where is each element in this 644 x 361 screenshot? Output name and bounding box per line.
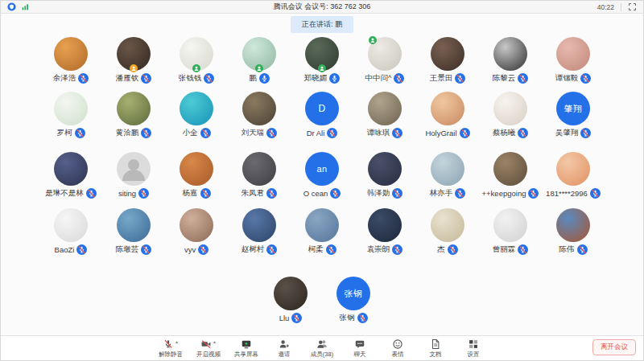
avatar xyxy=(431,152,464,186)
toolbar-item-chat[interactable]: 聊天 xyxy=(348,338,372,359)
participant-tile[interactable]: 陈伟 xyxy=(542,208,605,253)
leave-meeting-button[interactable]: 离开会议 xyxy=(592,339,636,355)
participant-tile[interactable]: 朱凤君 xyxy=(228,152,291,197)
caret-up-icon[interactable]: ▲ xyxy=(213,339,217,344)
participant-tile[interactable]: 肇翔吴肇翔 xyxy=(542,92,605,137)
participant-tile[interactable]: 是琳不是林 xyxy=(39,152,102,197)
avatar xyxy=(54,208,88,242)
role-badge-icon xyxy=(255,64,263,72)
avatar xyxy=(493,208,527,242)
toolbar-item-label: 聊天 xyxy=(354,351,366,359)
participant-tile[interactable]: 潘雁钦 xyxy=(102,37,165,82)
participant-tile[interactable]: BaoZi xyxy=(39,208,102,253)
avatar xyxy=(54,37,88,71)
toolbar-item-label: 文档 xyxy=(430,351,442,359)
participant-name: 谭镙毅 xyxy=(555,73,579,84)
caret-up-icon[interactable]: ▲ xyxy=(175,339,179,344)
participant-tile[interactable]: Llu xyxy=(259,277,322,322)
participant-tile[interactable]: 杨嘉 xyxy=(165,152,228,197)
avatar xyxy=(493,37,527,71)
participant-tile[interactable]: 蔡杨曦 xyxy=(479,92,542,137)
avatar xyxy=(493,152,527,186)
participant-tile[interactable]: 刘天瑞 xyxy=(228,92,291,137)
toolbar-item-camera-off[interactable]: ▲开启视频 xyxy=(196,338,221,359)
toolbar-item-emoji[interactable]: 表情 xyxy=(386,338,410,359)
toolbar-item-members[interactable]: 成员(38) xyxy=(310,338,334,359)
participant-tile[interactable]: 林亦手 xyxy=(416,152,479,197)
grid-row: Llu张钢张钢 xyxy=(1,277,643,322)
avatar xyxy=(431,37,464,71)
participant-tile[interactable]: DDr Ali xyxy=(291,92,353,137)
avatar xyxy=(180,208,213,242)
participant-tile[interactable]: anO cean xyxy=(291,152,353,197)
avatar xyxy=(180,37,213,71)
mic-muted-icon xyxy=(518,128,528,138)
toolbar: ▲解除静音▲开启视频共享屏幕邀请成员(38)聊天表情文档设置 xyxy=(1,335,643,360)
members-icon xyxy=(316,338,328,350)
network-signal-icon xyxy=(21,2,30,11)
toolbar-item-mic-off[interactable]: ▲解除静音 xyxy=(159,338,183,359)
participant-tile[interactable]: 罗柯 xyxy=(39,92,102,137)
mic-muted-icon xyxy=(528,188,539,199)
fullscreen-icon[interactable] xyxy=(628,2,637,11)
mic-muted-icon xyxy=(455,73,465,84)
participant-tile[interactable]: 赵树村 xyxy=(228,208,291,253)
avatar xyxy=(180,92,213,125)
participant-tile[interactable]: 谭镙毅 xyxy=(542,37,605,82)
participant-name: 朱凤君 xyxy=(242,188,265,199)
avatar-initials: D xyxy=(318,103,325,114)
mic-muted-icon xyxy=(75,128,85,138)
avatar-initials: 张钢 xyxy=(345,288,363,300)
participant-tile[interactable]: ++keepgoing xyxy=(479,152,542,197)
mic-muted-icon xyxy=(141,244,151,255)
avatar xyxy=(54,152,88,186)
toolbar-item-settings[interactable]: 设置 xyxy=(461,338,485,359)
mic-muted-icon xyxy=(327,128,337,138)
participant-tile[interactable]: HolyGrail xyxy=(416,92,479,137)
participant-tile[interactable]: 陈黎云 xyxy=(479,37,542,82)
mic-on-icon xyxy=(259,73,270,84)
participant-name: 鹏 xyxy=(249,73,257,84)
participant-tile[interactable]: 杰 xyxy=(416,208,479,253)
grid-row: 是琳不是林siting杨嘉朱凤君anO cean韩泽勋林亦手++keepgoin… xyxy=(1,152,643,197)
participant-tile[interactable]: 余泽浩 xyxy=(39,37,102,82)
toolbar-item-doc[interactable]: 文档 xyxy=(423,338,448,359)
toolbar-item-screen-share[interactable]: 共享屏幕 xyxy=(234,338,258,359)
participant-name: 蔡杨曦 xyxy=(493,128,516,138)
participant-tile[interactable]: 郑晓媚 xyxy=(291,37,353,82)
mic-muted-icon xyxy=(200,188,211,199)
participant-tile[interactable]: 鹏 xyxy=(228,37,291,82)
avatar xyxy=(117,92,151,125)
grid-row: 罗柯黄洽鹏小全刘天瑞DDr Ali谭咏琪HolyGrail蔡杨曦肇翔吴肇翔 xyxy=(1,92,643,137)
participant-tile[interactable]: 中中问^ xyxy=(353,37,416,82)
participant-tile[interactable]: 韩泽勋 xyxy=(353,152,416,197)
participant-tile[interactable]: 柯柔 xyxy=(291,208,353,253)
participant-name: BaoZi xyxy=(55,245,75,254)
settings-icon xyxy=(468,338,479,350)
participant-tile[interactable]: 张钱钱 xyxy=(165,37,228,82)
participant-tile[interactable]: 张钢张钢 xyxy=(322,277,385,322)
participant-tile[interactable]: 谭咏琪 xyxy=(353,92,416,137)
avatar xyxy=(117,37,151,71)
avatar-initials: 肇翔 xyxy=(564,103,583,115)
participant-name: 黄洽鹏 xyxy=(116,128,139,138)
participant-tile[interactable]: 曾丽霖 xyxy=(479,208,542,253)
toolbar-item-label: 设置 xyxy=(468,351,480,359)
participant-tile[interactable]: 181****2996 xyxy=(542,152,605,197)
participant-tile[interactable]: 袁崇朗 xyxy=(353,208,416,253)
participant-tile[interactable]: siting xyxy=(102,152,165,197)
participant-name: Dr Ali xyxy=(307,129,325,137)
participant-tile[interactable]: 王景田 xyxy=(416,37,479,82)
participant-name: 陈伟 xyxy=(559,244,575,255)
toolbar-item-label: 表情 xyxy=(392,351,404,359)
participant-tile[interactable]: 黄洽鹏 xyxy=(102,92,165,137)
participant-name: 余泽浩 xyxy=(53,73,76,84)
avatar xyxy=(117,152,151,186)
meeting-timer: 40:22 xyxy=(597,3,614,11)
emoji-icon xyxy=(392,338,403,350)
security-shield-icon xyxy=(7,2,16,11)
participant-tile[interactable]: vyv xyxy=(165,208,228,253)
participant-tile[interactable]: 陈墩芸 xyxy=(102,208,165,253)
participant-tile[interactable]: 小全 xyxy=(165,92,228,137)
toolbar-item-invite[interactable]: 邀请 xyxy=(272,338,296,359)
